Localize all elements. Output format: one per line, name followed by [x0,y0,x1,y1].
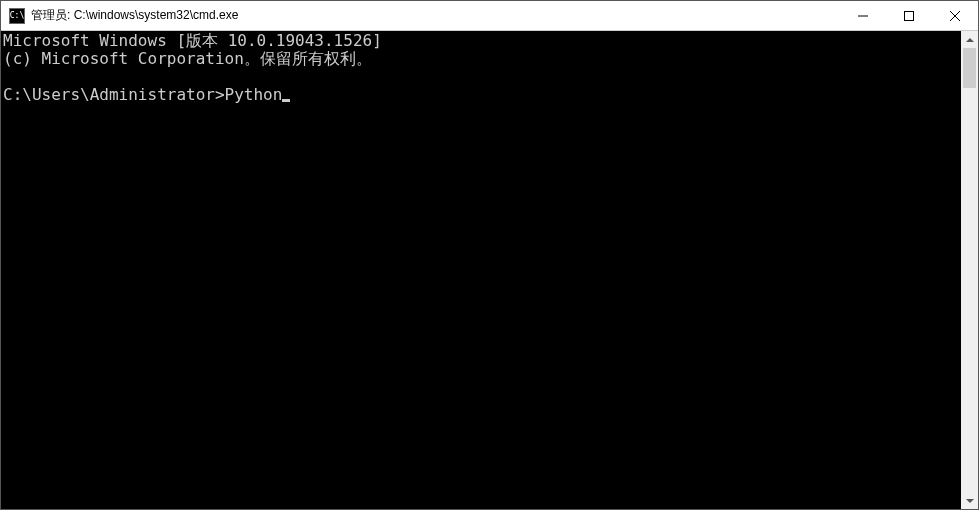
close-button[interactable] [932,1,978,30]
cmd-window: C:\ 管理员: C:\windows\system32\cmd.exe Mic… [0,0,979,510]
window-title: 管理员: C:\windows\system32\cmd.exe [31,7,840,24]
svg-rect-1 [905,11,914,20]
scroll-down-button[interactable] [961,492,978,509]
close-icon [950,11,960,21]
chevron-up-icon [966,38,974,42]
maximize-icon [904,11,914,21]
cursor [282,99,290,102]
svg-marker-5 [966,499,974,503]
console-line-version: Microsoft Windows [版本 10.0.19043.1526] [3,32,961,50]
scroll-track[interactable] [961,48,978,492]
console-prompt: C:\Users\Administrator> [3,86,225,104]
vertical-scrollbar[interactable] [961,31,978,509]
chevron-down-icon [966,499,974,503]
svg-marker-4 [966,38,974,42]
console-input[interactable]: Python [225,86,283,104]
minimize-button[interactable] [840,1,886,30]
console-line-copyright: (c) Microsoft Corporation。保留所有权利。 [3,50,961,68]
cmd-icon: C:\ [9,8,25,24]
scroll-thumb[interactable] [963,48,976,88]
console[interactable]: Microsoft Windows [版本 10.0.19043.1526](c… [1,31,961,509]
window-controls [840,1,978,30]
content-area: Microsoft Windows [版本 10.0.19043.1526](c… [1,31,978,509]
console-line-blank [3,68,961,86]
minimize-icon [858,11,868,21]
console-prompt-line: C:\Users\Administrator>Python [3,86,961,104]
maximize-button[interactable] [886,1,932,30]
scroll-up-button[interactable] [961,31,978,48]
titlebar[interactable]: C:\ 管理员: C:\windows\system32\cmd.exe [1,1,978,31]
